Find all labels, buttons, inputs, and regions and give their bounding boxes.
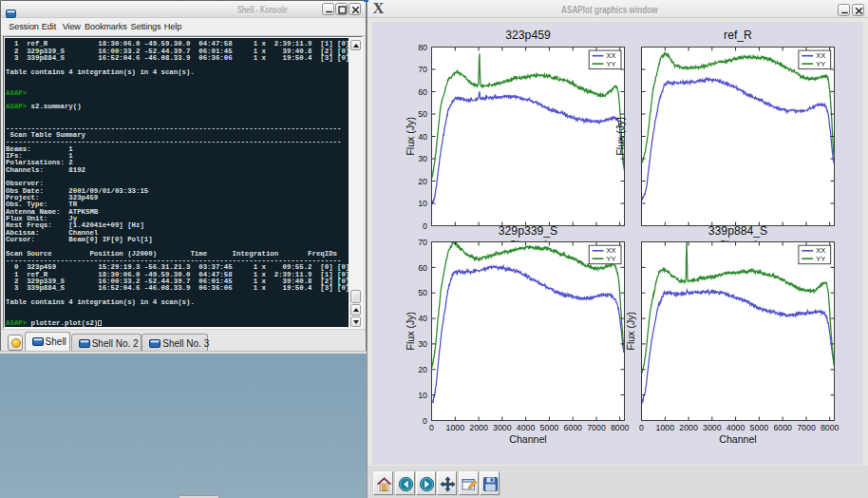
- svg-text:0: 0: [639, 423, 644, 432]
- svg-text:0: 0: [423, 221, 427, 231]
- svg-text:3000: 3000: [493, 423, 512, 432]
- svg-text:5000: 5000: [750, 423, 769, 432]
- svg-text:10: 10: [418, 199, 427, 208]
- svg-text:3000: 3000: [703, 423, 722, 432]
- svg-text:7000: 7000: [797, 423, 816, 432]
- svg-text:YY: YY: [816, 60, 825, 68]
- svg-text:YY: YY: [607, 255, 616, 263]
- svg-text:1000: 1000: [656, 423, 675, 432]
- svg-text:Flux (Jy): Flux (Jy): [405, 117, 416, 156]
- svg-text:8000: 8000: [821, 423, 840, 432]
- svg-text:7000: 7000: [587, 423, 606, 432]
- svg-text:80: 80: [418, 43, 427, 52]
- svg-text:Flux (Jy): Flux (Jy): [614, 117, 626, 156]
- svg-text:60: 60: [418, 263, 427, 273]
- svg-text:70: 70: [418, 238, 427, 247]
- svg-text:20: 20: [418, 365, 427, 374]
- svg-text:20: 20: [418, 177, 427, 186]
- svg-text:339p884_S: 339p884_S: [708, 224, 767, 238]
- svg-text:Flux (Jy): Flux (Jy): [625, 312, 636, 351]
- svg-text:Flux (Jy): Flux (Jy): [405, 312, 416, 351]
- svg-text:40: 40: [418, 314, 427, 323]
- svg-text:2000: 2000: [469, 423, 488, 432]
- svg-text:323p459: 323p459: [505, 29, 551, 42]
- svg-text:60: 60: [418, 87, 427, 97]
- svg-text:Channel: Channel: [509, 433, 546, 445]
- svg-text:70: 70: [418, 65, 427, 74]
- svg-text:YY: YY: [816, 255, 825, 263]
- svg-text:10: 10: [418, 391, 427, 400]
- svg-text:50: 50: [418, 288, 427, 297]
- svg-text:1000: 1000: [446, 423, 465, 432]
- svg-text:30: 30: [418, 339, 427, 349]
- svg-text:8000: 8000: [611, 423, 630, 432]
- svg-text:30: 30: [418, 154, 427, 163]
- svg-text:2000: 2000: [679, 423, 698, 432]
- svg-text:50: 50: [418, 109, 427, 119]
- svg-text:0: 0: [423, 416, 427, 426]
- svg-text:4000: 4000: [726, 423, 745, 432]
- svg-text:4000: 4000: [517, 423, 536, 432]
- svg-text:Channel: Channel: [719, 433, 756, 445]
- svg-text:ref_R: ref_R: [724, 29, 752, 42]
- svg-text:329p339_S: 329p339_S: [499, 224, 557, 238]
- svg-text:6000: 6000: [563, 423, 582, 432]
- svg-text:0: 0: [429, 423, 434, 432]
- svg-text:5000: 5000: [540, 423, 559, 432]
- svg-text:6000: 6000: [773, 423, 792, 432]
- svg-text:40: 40: [418, 132, 427, 142]
- svg-text:YY: YY: [607, 60, 616, 68]
